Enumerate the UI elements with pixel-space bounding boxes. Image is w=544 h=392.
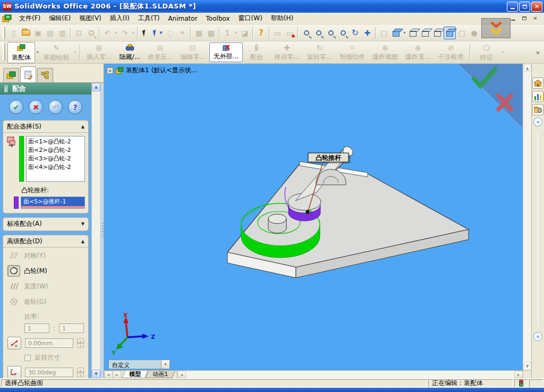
minimize-button[interactable] (507, 2, 518, 12)
hscroll-right-icon[interactable]: ▸ (514, 371, 523, 378)
exploded-view-button[interactable]: ⊕ 爆炸视图 (369, 42, 402, 62)
restore-button[interactable] (519, 2, 530, 12)
interference-check-button[interactable]: ⊘ 干涉检查 (435, 42, 468, 62)
print-preview-icon[interactable] (85, 27, 97, 39)
shaded-caret-icon[interactable]: ▾ (402, 30, 407, 35)
combo-dropdown-icon[interactable]: ▾ (161, 360, 169, 369)
display-mode-icon[interactable]: ▢ (378, 27, 390, 39)
redo-caret-icon[interactable]: ▾ (131, 30, 135, 35)
menu-help[interactable]: 帮助(H) (267, 13, 298, 24)
hscroll-left-icon[interactable]: ◂ (177, 371, 186, 378)
edit-component-button[interactable]: ⊡ 编辑零... (176, 42, 209, 62)
select-icon[interactable] (140, 27, 152, 39)
spin-down-icon[interactable]: ▼ (77, 343, 84, 348)
zoom-in-out-icon[interactable] (325, 27, 337, 39)
print-icon[interactable]: ⊡ (73, 27, 85, 39)
open-icon[interactable] (20, 27, 32, 39)
menu-window[interactable]: 窗口(W) (234, 13, 267, 24)
expand-icon[interactable]: ▼ (81, 221, 84, 226)
task-pane-grip[interactable] (536, 133, 540, 326)
menu-edit[interactable]: 编辑(E) (45, 13, 75, 24)
ratio-a-input[interactable]: 1 (24, 323, 49, 333)
edrawings-publish-icon[interactable]: ▭ (284, 27, 296, 39)
assembly-tab-button[interactable]: 装配体 (7, 42, 35, 63)
zoom-area-icon[interactable] (312, 27, 325, 39)
mate-selections-header[interactable]: 配合选择(S) ▲ (3, 121, 88, 133)
shadows-icon[interactable]: ▢ (456, 27, 468, 39)
spin-up-icon[interactable]: ▲ (77, 368, 84, 372)
shaded-view-icon[interactable] (390, 27, 402, 39)
ratio-b-input[interactable]: 1 (59, 323, 84, 333)
tree-node-config[interactable]: (默认<显示状... (151, 66, 197, 75)
viewport-scroll-up-icon[interactable]: ▲ (524, 64, 531, 72)
advanced-mates-header[interactable]: 高级配合(D) ▲ (3, 235, 88, 248)
make-drawing-icon[interactable]: ▤ (44, 27, 56, 39)
viewport-scroll-down-icon[interactable]: ▼ (524, 362, 531, 370)
menu-toolbox[interactable]: Toolbox (202, 14, 234, 23)
toolbar-grip[interactable] (3, 42, 5, 61)
sketch-button[interactable]: ✎ 草图绘制 (40, 42, 73, 63)
mdi-close-button[interactable]: ✕ (531, 14, 540, 22)
collapse-popup[interactable] (481, 18, 511, 38)
panel-scroll-track[interactable] (92, 91, 100, 370)
make-assembly-icon[interactable]: ▥ (56, 27, 69, 39)
edrawings-icon[interactable]: ▭ (271, 27, 284, 39)
distance-spinner[interactable]: ▲▼ (77, 338, 84, 348)
menu-view[interactable]: 视图(V) (75, 13, 106, 24)
tab-model[interactable]: 模型 (122, 371, 148, 378)
collapse-icon[interactable]: ▲ (81, 239, 84, 244)
gear-mate-option[interactable]: 齿轮(G) (3, 294, 88, 309)
viewport-vertical-scrollbar[interactable]: ▲ ▼ (523, 64, 531, 370)
lasso-select-icon[interactable]: ◌ (164, 27, 176, 39)
width-mate-option[interactable]: 宽度(W) (3, 278, 88, 294)
features-caret-icon[interactable]: ▾ (500, 50, 505, 55)
toolbar-overflow-button[interactable]: » (534, 49, 542, 56)
wireframe-icon[interactable] (407, 27, 419, 39)
tree-node-label[interactable]: 装配体1 (126, 66, 149, 75)
angle-mate-button[interactable] (7, 366, 21, 378)
sketch-caret-icon[interactable]: ▾ (73, 50, 78, 55)
explode-line-button[interactable]: ⊗ 爆炸直... (402, 42, 434, 62)
save-icon[interactable]: ▣ (32, 27, 44, 39)
cancel-button[interactable]: ✖ (29, 100, 43, 114)
mdi-restore-button[interactable] (520, 14, 529, 22)
undo-icon[interactable]: ↶ (101, 27, 114, 39)
tab-feature-manager[interactable] (3, 68, 19, 82)
perspective-icon[interactable]: ● (468, 27, 480, 39)
selection-filter-icon[interactable]: ▼ (152, 27, 164, 39)
selected-follower-face[interactable]: 面<5>@推杆-1 (21, 197, 84, 206)
ok-button[interactable]: ✔ (9, 100, 23, 114)
list-item[interactable]: 面<3>@凸轮-2 (28, 155, 83, 163)
smart-fasteners-button[interactable]: ⌗ 智能扣件 (336, 42, 369, 62)
graphics-viewport[interactable]: 凸轮推杆 + 装配体1 (默认<显示状... (104, 64, 531, 370)
boss-cylinder-top[interactable] (268, 214, 286, 224)
no-external-reference-button[interactable]: 无外部... (209, 42, 243, 62)
close-button[interactable]: ✕ (531, 2, 542, 12)
insert-component-button[interactable]: ⊞ 插入零... (83, 42, 115, 62)
panel-scrollbar[interactable]: ▲ ▼ (91, 83, 100, 378)
mate-selections-list[interactable]: 面<1>@凸轮-2 面<2>@凸轮-2 面<3>@凸轮-2 面<4>@凸轮-2 (26, 136, 85, 182)
help-button[interactable]: ? (68, 100, 82, 114)
measure-caret-icon[interactable]: ▾ (234, 30, 239, 35)
tab-configuration-manager[interactable] (37, 68, 53, 82)
tab-motion-study[interactable]: 动画1 (145, 371, 175, 378)
pin-icon[interactable]: ⌖ (176, 27, 189, 39)
tab-scroll-left-icon[interactable]: ◂ (104, 371, 113, 378)
symmetric-mate-option[interactable]: 对称(Y) (3, 248, 88, 263)
rotate-component-button[interactable]: ↻ 旋转零... (303, 42, 336, 62)
change-suppression-button[interactable]: ⊟ 改变压... (144, 42, 176, 62)
panel-scroll-up-icon[interactable]: ▲ (92, 83, 100, 91)
home-button[interactable] (532, 78, 543, 89)
viewport-horizontal-scrollbar[interactable]: ◂ ▸ (177, 371, 523, 378)
distance-mate-button[interactable]: D (7, 337, 21, 350)
hidden-lines-removed-icon[interactable] (431, 27, 444, 39)
redo-icon[interactable]: ↷ (118, 27, 131, 39)
menu-insert[interactable]: 插入(I) (106, 13, 134, 24)
zoom-selection-icon[interactable] (337, 27, 349, 39)
flip-dimension-checkbox[interactable] (24, 355, 31, 361)
hscroll-track[interactable] (186, 371, 514, 378)
tab-scroll-right-icon[interactable]: ▸ (113, 371, 121, 378)
tree-expand-button[interactable]: + (107, 67, 113, 74)
solidworks-resources-button[interactable] (532, 91, 543, 102)
rotate-view-icon[interactable]: ↻ (349, 27, 361, 39)
